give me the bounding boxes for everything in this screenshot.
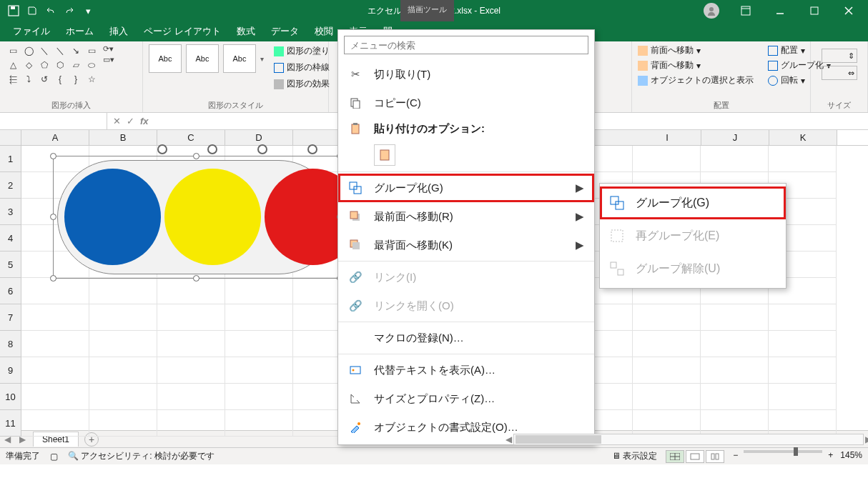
cell[interactable] bbox=[157, 384, 225, 410]
cell[interactable] bbox=[633, 357, 701, 384]
shape-effects-button[interactable]: 図形の効果 bbox=[271, 77, 332, 91]
resize-handle[interactable] bbox=[50, 214, 56, 220]
cell[interactable] bbox=[769, 331, 837, 357]
cell[interactable] bbox=[89, 304, 157, 331]
zoom-slider[interactable] bbox=[744, 450, 822, 453]
name-box[interactable] bbox=[0, 113, 107, 129]
cell[interactable] bbox=[157, 278, 225, 304]
col-header[interactable]: I bbox=[633, 130, 701, 145]
rotate-handle[interactable] bbox=[207, 144, 217, 154]
cell[interactable] bbox=[701, 410, 769, 437]
selection-pane-button[interactable]: オブジェクトの選択と表示 bbox=[638, 74, 754, 86]
rotate-handle[interactable] bbox=[157, 144, 167, 154]
row-header[interactable]: 4 bbox=[0, 225, 21, 252]
menu-size-properties[interactable]: サイズとプロパティ(Z)… bbox=[338, 384, 594, 413]
view-page-break[interactable] bbox=[706, 450, 724, 463]
view-page-layout[interactable] bbox=[686, 450, 704, 463]
cell[interactable] bbox=[157, 331, 225, 357]
cell[interactable] bbox=[769, 410, 837, 437]
cell[interactable] bbox=[225, 278, 293, 304]
rotate-handle[interactable] bbox=[307, 144, 317, 154]
cell[interactable] bbox=[89, 410, 157, 437]
submenu-group[interactable]: グループ化(G) bbox=[600, 186, 786, 219]
cell[interactable] bbox=[769, 146, 837, 172]
accessibility-status[interactable]: 🔍 アクセシビリティ: 検討が必要です bbox=[68, 450, 214, 462]
row-header[interactable]: 10 bbox=[0, 384, 21, 410]
ribbon-display-icon[interactable] bbox=[729, 0, 762, 21]
cell[interactable] bbox=[701, 331, 769, 357]
display-settings-button[interactable]: 🖥 表示設定 bbox=[612, 450, 657, 463]
width-input[interactable]: ⇔ bbox=[822, 66, 857, 80]
row-header[interactable]: 11 bbox=[0, 410, 21, 437]
col-header[interactable]: A bbox=[21, 130, 89, 145]
row-header[interactable]: 5 bbox=[0, 252, 21, 278]
cell[interactable] bbox=[157, 357, 225, 384]
qat-customize-icon[interactable]: ▾ bbox=[80, 3, 96, 19]
view-normal[interactable] bbox=[666, 450, 684, 463]
shape-gallery[interactable]: ▭◯＼＼↘▭ △◇⬠⬡▱⬭ ⬱⤵↺{}☆ bbox=[6, 44, 99, 86]
tab-pagelayout[interactable]: ページ レイアウト bbox=[137, 21, 228, 41]
zoom-in-button[interactable]: + bbox=[828, 450, 833, 463]
cell[interactable] bbox=[157, 410, 225, 437]
menu-send-back[interactable]: 最背面へ移動(K) ▶ bbox=[338, 231, 594, 259]
cell[interactable] bbox=[769, 384, 837, 410]
paste-option-1[interactable] bbox=[374, 144, 395, 166]
cell[interactable] bbox=[633, 146, 701, 172]
cell[interactable] bbox=[225, 331, 293, 357]
style-gallery[interactable]: Abc Abc Abc ▾ bbox=[149, 44, 264, 73]
redo-icon[interactable] bbox=[61, 3, 77, 19]
col-header[interactable]: D bbox=[225, 130, 293, 145]
row-header[interactable]: 6 bbox=[0, 278, 21, 304]
cell[interactable] bbox=[89, 331, 157, 357]
menu-bring-front[interactable]: 最前面へ移動(R) ▶ bbox=[338, 202, 594, 231]
col-header[interactable]: K bbox=[769, 130, 837, 145]
menu-group[interactable]: グループ化(G) ▶ bbox=[338, 174, 594, 202]
cell[interactable] bbox=[21, 331, 89, 357]
macro-record-icon[interactable]: ▢ bbox=[50, 452, 58, 462]
save-icon[interactable] bbox=[24, 3, 40, 19]
cell[interactable] bbox=[225, 304, 293, 331]
cell[interactable] bbox=[89, 357, 157, 384]
menu-copy[interactable]: コピー(C) bbox=[338, 89, 594, 117]
row-header[interactable]: 3 bbox=[0, 199, 21, 225]
cell[interactable] bbox=[89, 278, 157, 304]
edit-shape-icon[interactable]: ⟳▾ bbox=[103, 44, 114, 54]
menu-search-input[interactable] bbox=[344, 36, 588, 54]
cell[interactable] bbox=[701, 304, 769, 331]
select-all-corner[interactable] bbox=[0, 130, 21, 145]
row-header[interactable]: 9 bbox=[0, 357, 21, 384]
fx-icon[interactable]: fx bbox=[140, 116, 149, 126]
row-header[interactable]: 8 bbox=[0, 331, 21, 357]
cell[interactable] bbox=[225, 410, 293, 437]
rotate-handle[interactable] bbox=[257, 144, 267, 154]
col-header[interactable]: J bbox=[701, 130, 769, 145]
cell[interactable] bbox=[225, 384, 293, 410]
col-header[interactable]: B bbox=[89, 130, 157, 145]
resize-handle[interactable] bbox=[193, 275, 199, 282]
enter-formula-icon[interactable]: ✓ bbox=[127, 116, 134, 126]
cell[interactable] bbox=[21, 410, 89, 437]
cell[interactable] bbox=[633, 304, 701, 331]
cell[interactable] bbox=[633, 384, 701, 410]
cell[interactable] bbox=[769, 357, 837, 384]
tab-home[interactable]: ホーム bbox=[59, 21, 101, 41]
resize-handle[interactable] bbox=[50, 275, 56, 282]
cell[interactable] bbox=[89, 384, 157, 410]
resize-handle[interactable] bbox=[50, 153, 56, 159]
tab-formulas[interactable]: 数式 bbox=[230, 21, 262, 41]
cell[interactable] bbox=[21, 304, 89, 331]
cancel-formula-icon[interactable]: ✕ bbox=[113, 116, 121, 126]
cell[interactable] bbox=[21, 357, 89, 384]
col-header[interactable]: C bbox=[157, 130, 225, 145]
zoom-out-button[interactable]: − bbox=[733, 450, 738, 463]
tab-review[interactable]: 校閲 bbox=[307, 21, 340, 41]
menu-macro[interactable]: マクロの登録(N)… bbox=[338, 324, 594, 352]
cell[interactable] bbox=[701, 384, 769, 410]
tab-data[interactable]: データ bbox=[264, 21, 306, 41]
send-backward-button[interactable]: 背面へ移動 ▾ bbox=[638, 59, 754, 71]
cell[interactable] bbox=[225, 357, 293, 384]
shape-outline-button[interactable]: 図形の枠線 bbox=[271, 61, 332, 74]
zoom-level[interactable]: 145% bbox=[840, 450, 862, 463]
menu-cut[interactable]: ✂ 切り取り(T) bbox=[338, 60, 594, 89]
cell[interactable] bbox=[701, 146, 769, 172]
